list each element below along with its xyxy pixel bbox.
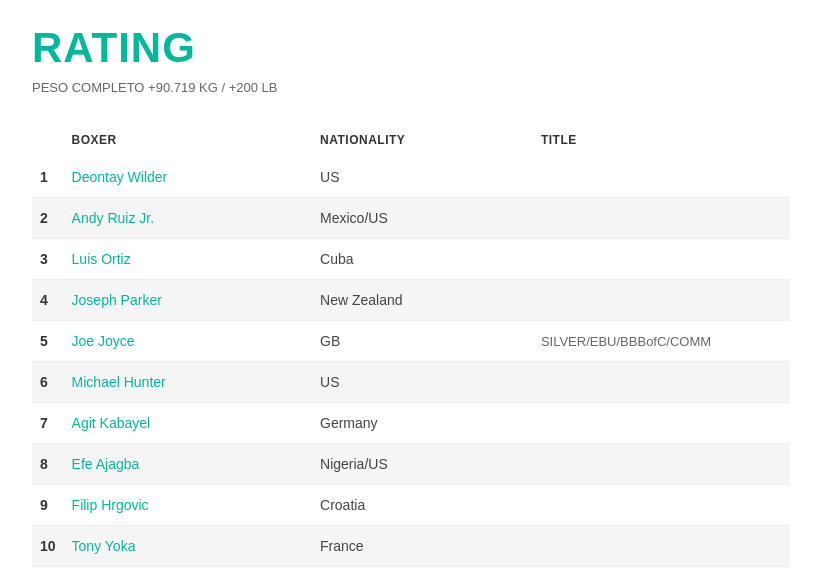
table-row: 7Agit KabayelGermany <box>32 403 790 444</box>
col-rank <box>32 123 64 157</box>
col-title: TITLE <box>533 123 790 157</box>
table-row: 5Joe JoyceGBSILVER/EBU/BBBofC/COMM <box>32 321 790 362</box>
title-cell <box>533 403 790 444</box>
col-boxer: BOXER <box>64 123 312 157</box>
rank-cell: 2 <box>32 198 64 239</box>
table-row: 2Andy Ruiz Jr.Mexico/US <box>32 198 790 239</box>
rank-cell: 10 <box>32 526 64 567</box>
boxer-name-cell[interactable]: Joseph Parker <box>64 280 312 321</box>
rank-cell: 1 <box>32 157 64 198</box>
table-row: 9Filip HrgovicCroatia <box>32 485 790 526</box>
page-title: RATING <box>32 24 790 72</box>
col-nationality: NATIONALITY <box>312 123 533 157</box>
nationality-cell: Croatia <box>312 485 533 526</box>
boxer-name-cell[interactable]: Luis Ortiz <box>64 239 312 280</box>
nationality-cell: Nigeria/US <box>312 444 533 485</box>
title-cell <box>533 239 790 280</box>
boxer-name-cell[interactable]: Filip Hrgovic <box>64 485 312 526</box>
title-cell <box>533 526 790 567</box>
boxer-name-cell[interactable]: Agit Kabayel <box>64 403 312 444</box>
nationality-cell: France <box>312 526 533 567</box>
title-cell: SILVER/EBU/BBBofC/COMM <box>533 321 790 362</box>
nationality-cell: Mexico/US <box>312 198 533 239</box>
rank-cell: 7 <box>32 403 64 444</box>
table-row: 10Tony YokaFrance <box>32 526 790 567</box>
boxer-name-cell[interactable]: Michael Hunter <box>64 362 312 403</box>
rank-cell: 4 <box>32 280 64 321</box>
table-row: 8Efe AjagbaNigeria/US <box>32 444 790 485</box>
title-cell <box>533 362 790 403</box>
table-row: 3Luis OrtizCuba <box>32 239 790 280</box>
nationality-cell: New Zealand <box>312 280 533 321</box>
rank-cell: 3 <box>32 239 64 280</box>
title-cell <box>533 444 790 485</box>
nationality-cell: Germany <box>312 403 533 444</box>
rank-cell: 8 <box>32 444 64 485</box>
title-cell <box>533 198 790 239</box>
boxer-name-cell[interactable]: Efe Ajagba <box>64 444 312 485</box>
title-cell <box>533 485 790 526</box>
page-subtitle: PESO COMPLETO +90.719 KG / +200 LB <box>32 80 790 95</box>
table-row: 1Deontay WilderUS <box>32 157 790 198</box>
rank-cell: 5 <box>32 321 64 362</box>
boxer-name-cell[interactable]: Joe Joyce <box>64 321 312 362</box>
ratings-table: BOXER NATIONALITY TITLE 1Deontay WilderU… <box>32 123 790 567</box>
table-row: 6Michael HunterUS <box>32 362 790 403</box>
title-cell <box>533 157 790 198</box>
table-row: 4Joseph ParkerNew Zealand <box>32 280 790 321</box>
nationality-cell: GB <box>312 321 533 362</box>
rank-cell: 6 <box>32 362 64 403</box>
rank-cell: 9 <box>32 485 64 526</box>
boxer-name-cell[interactable]: Andy Ruiz Jr. <box>64 198 312 239</box>
nationality-cell: US <box>312 157 533 198</box>
title-cell <box>533 280 790 321</box>
boxer-name-cell[interactable]: Tony Yoka <box>64 526 312 567</box>
boxer-name-cell[interactable]: Deontay Wilder <box>64 157 312 198</box>
nationality-cell: US <box>312 362 533 403</box>
nationality-cell: Cuba <box>312 239 533 280</box>
